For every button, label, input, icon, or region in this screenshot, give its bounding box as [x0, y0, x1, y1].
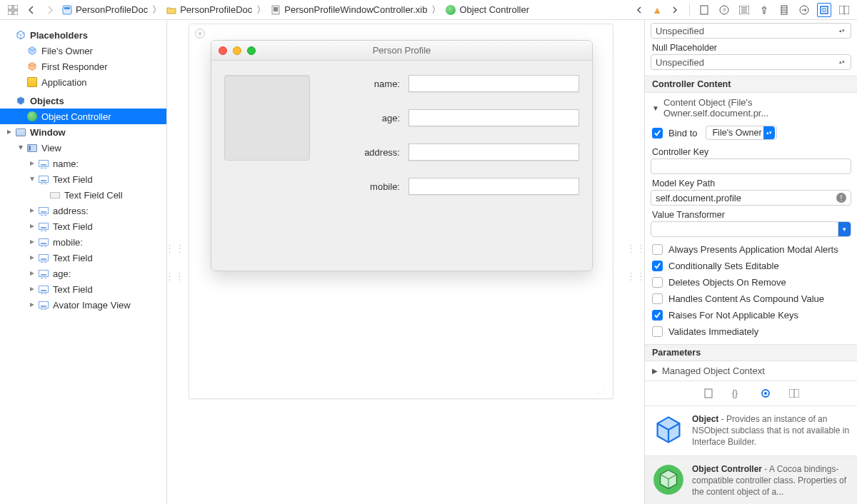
forward-button[interactable] [43, 3, 57, 17]
label-icon [37, 223, 50, 230]
window-close-icon[interactable] [219, 46, 227, 55]
opt-del-checkbox[interactable] [652, 277, 663, 288]
library-item-desc: Object Controller - A Cocoa bindings-com… [692, 463, 850, 498]
svg-rect-4 [63, 6, 71, 14]
cube-orange-icon [26, 61, 39, 71]
input-age[interactable] [409, 109, 579, 126]
avatar-image-well[interactable] [224, 75, 310, 161]
cell-icon [49, 192, 61, 198]
crumb-project[interactable]: PersonProfileDoc [61, 4, 148, 16]
chevron-icon: 〉 [431, 4, 441, 16]
library-item-object-controller[interactable]: Object Controller - A Cocoa bindings-com… [645, 455, 857, 504]
label-icon [37, 286, 50, 293]
opt-raises-label: Raises For Not Applicable Keys [668, 310, 798, 321]
outline-textfield-4[interactable]: Text Field [0, 281, 166, 297]
canvas-handle-right[interactable]: ⋮⋮⋮⋮ [630, 20, 643, 504]
input-name[interactable] [409, 75, 579, 92]
outline-view[interactable]: View [0, 140, 166, 156]
scene-close-button[interactable]: × [195, 29, 205, 39]
warning-icon[interactable]: ▲ [652, 4, 662, 16]
svg-rect-7 [274, 7, 278, 11]
opt-validates-checkbox[interactable] [652, 326, 663, 337]
bind-to-row: Bind to File's Owner ▴▾ [645, 123, 857, 143]
svg-rect-0 [8, 5, 12, 9]
next-issue-button[interactable] [668, 3, 682, 17]
opt-raises-checkbox[interactable] [652, 310, 663, 321]
bindings-inspector-icon[interactable] [817, 3, 831, 17]
object-controller-icon [445, 4, 456, 16]
attributes-inspector-icon[interactable] [757, 3, 771, 17]
opt-always-checkbox[interactable] [652, 244, 663, 255]
crumb-object[interactable]: Object Controller [445, 4, 529, 16]
svg-rect-21 [823, 9, 826, 11]
identity-inspector-icon[interactable] [737, 3, 751, 17]
application-icon [26, 77, 39, 87]
ib-canvas[interactable]: ⋮⋮⋮⋮ ⋮⋮⋮⋮ × ⋰ Person Profile name: [167, 20, 644, 504]
input-mobile[interactable] [409, 178, 579, 195]
outline-textfield-1[interactable]: Text Field [0, 171, 166, 187]
outline-label-mobile[interactable]: mobile: [0, 234, 166, 250]
outline-textfieldcell[interactable]: Text Field Cell [0, 187, 166, 203]
lib-media-icon[interactable] [788, 387, 801, 400]
svg-text:{}: {} [732, 388, 738, 398]
connections-inspector-icon[interactable] [797, 3, 811, 17]
lib-object-icon[interactable] [759, 387, 772, 400]
section-parameters: Parameters [645, 344, 857, 361]
window-zoom-icon[interactable] [247, 46, 256, 55]
crumb-file[interactable]: PersonProfileWindowController.xib [270, 4, 427, 16]
bind-to-select[interactable]: File's Owner ▴▾ [706, 126, 776, 140]
disclosure-right-icon: ▶ [652, 367, 658, 375]
scene-resize-handle[interactable]: ⋰ [598, 386, 607, 395]
controller-key-input[interactable] [651, 158, 851, 174]
back-button[interactable] [24, 3, 39, 17]
window-title: Person Profile [211, 45, 592, 56]
opt-compound-checkbox[interactable] [652, 293, 663, 304]
moc-disclosure[interactable]: ▶ Managed Object Context [645, 361, 857, 380]
cube-outline-icon [14, 30, 27, 40]
prev-issue-button[interactable] [632, 3, 646, 17]
lib-code-icon[interactable]: {} [731, 387, 743, 400]
crumb-folder[interactable]: PersonProfileDoc [166, 4, 252, 16]
file-inspector-icon[interactable] [697, 3, 711, 17]
outline-application[interactable]: Application [0, 74, 166, 90]
model-key-path-label: Model Key Path [652, 178, 850, 188]
model-key-path-input[interactable]: self.document.profile ! [651, 190, 851, 206]
outline-textfield-3[interactable]: Text Field [0, 250, 166, 266]
null-placeholder-dropdown[interactable]: Unspecified ▴▾ [651, 54, 851, 70]
outline-window[interactable]: Window [0, 124, 166, 140]
label-icon [37, 254, 50, 261]
label-name: name: [336, 79, 400, 89]
value-transformer-combo[interactable]: ▾ [651, 221, 851, 237]
disclosure-down-icon: ▼ [652, 104, 659, 112]
effects-inspector-icon[interactable] [837, 3, 851, 17]
svg-rect-1 [14, 5, 18, 9]
placeholder-dropdown-1[interactable]: Unspecified ▴▾ [651, 23, 851, 39]
outline-files-owner[interactable]: File's Owner [0, 43, 166, 59]
size-inspector-icon[interactable] [777, 3, 791, 17]
opt-del-label: Deletes Objects On Remove [668, 277, 786, 288]
related-items-icon[interactable] [6, 3, 20, 17]
outline-avatar-imageview[interactable]: Avator Image View [0, 297, 166, 313]
window-icon [14, 128, 27, 136]
outline-label-age[interactable]: age: [0, 266, 166, 281]
preview-window[interactable]: Person Profile name: age: address: mobil… [211, 40, 593, 271]
outline-label-name[interactable]: name: [0, 156, 166, 171]
help-inspector-icon[interactable]: ? [717, 3, 731, 17]
document-outline[interactable]: Placeholders File's Owner First Responde… [0, 20, 167, 504]
outline-textfield-2[interactable]: Text Field [0, 218, 166, 234]
input-address[interactable] [409, 143, 579, 161]
label-icon [37, 207, 50, 214]
canvas-handle-left[interactable]: ⋮⋮⋮⋮ [169, 20, 181, 504]
jump-bar-right: ▲ ? [632, 3, 851, 17]
window-minimize-icon[interactable] [233, 46, 241, 55]
content-object-disclosure[interactable]: ▼ Content Object (File's Owner.self.docu… [645, 93, 857, 123]
label-icon [37, 160, 50, 167]
opt-cond-checkbox[interactable] [652, 261, 663, 271]
lib-file-icon[interactable] [702, 387, 715, 400]
svg-rect-24 [705, 389, 712, 398]
outline-label-address[interactable]: address: [0, 203, 166, 218]
library-item-object[interactable]: Object - Provides an instance of an NSOb… [645, 405, 857, 455]
outline-object-controller[interactable]: Object Controller [0, 109, 166, 124]
bind-to-checkbox[interactable] [652, 128, 663, 138]
outline-first-responder[interactable]: First Responder [0, 59, 166, 74]
